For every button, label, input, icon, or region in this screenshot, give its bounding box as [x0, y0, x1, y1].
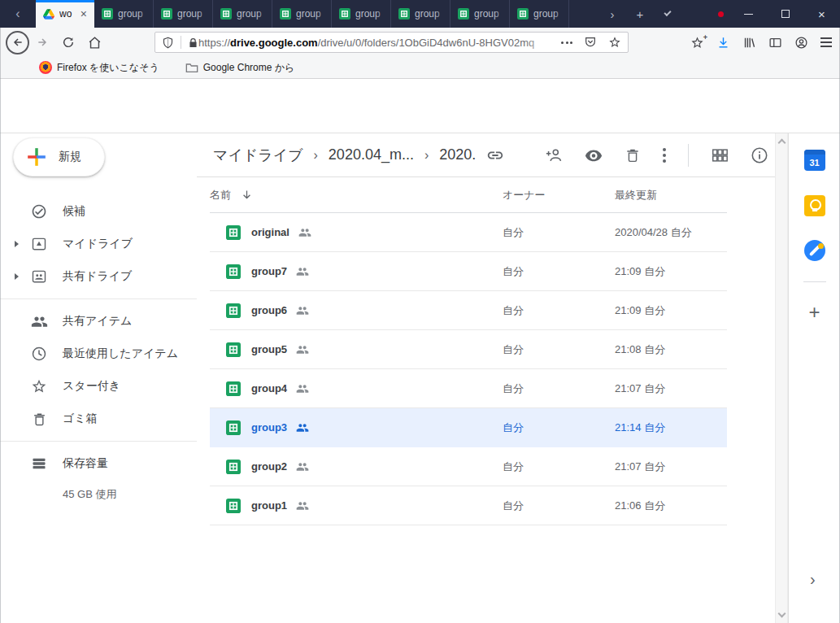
- keep-icon[interactable]: [804, 195, 825, 216]
- header-name[interactable]: 名前: [210, 188, 231, 203]
- share-person-add-button[interactable]: [545, 146, 563, 164]
- back-button[interactable]: [6, 31, 29, 54]
- trash-button[interactable]: [625, 147, 641, 163]
- library-highlights-button[interactable]: +: [690, 36, 704, 50]
- info-button[interactable]: [751, 146, 768, 164]
- google-sheets-file-icon: [226, 225, 241, 240]
- menu-button[interactable]: [820, 37, 832, 47]
- library-button[interactable]: [742, 36, 756, 50]
- file-row[interactable]: original 自分 2020/04/28 自分: [210, 213, 727, 252]
- scroll-down-icon[interactable]: [778, 610, 786, 618]
- check-circle-icon: [29, 203, 49, 220]
- reload-button[interactable]: [55, 36, 81, 49]
- tab-group-4[interactable]: group: [272, 0, 332, 28]
- file-owner: 自分: [503, 264, 615, 279]
- url-text[interactable]: https://drive.google.com/drive/u/0/folde…: [198, 37, 561, 49]
- tab-group-7[interactable]: group: [450, 0, 510, 28]
- pocket-icon[interactable]: [584, 36, 597, 49]
- storage-used-text: 45 GB 使用: [63, 487, 197, 502]
- people-icon: [29, 313, 49, 330]
- file-updated: 21:06 自分: [615, 499, 727, 513]
- breadcrumb-my-drive[interactable]: マイドライブ: [213, 146, 303, 165]
- tab-group-6[interactable]: group: [391, 0, 450, 28]
- window-minimize-button[interactable]: [730, 0, 767, 28]
- expand-caret-icon[interactable]: [15, 273, 26, 280]
- browser-tab-bar: ‹ wo × group group group group group gro…: [0, 0, 840, 28]
- shared-people-icon: [296, 421, 309, 434]
- vertical-scrollbar[interactable]: [775, 133, 788, 623]
- download-icon: [716, 36, 730, 50]
- sidebar-item-starred[interactable]: スター付き: [0, 370, 197, 403]
- close-tab-icon[interactable]: ×: [81, 8, 87, 20]
- scroll-tabs-right-button[interactable]: ›: [598, 0, 626, 28]
- downloads-button[interactable]: [716, 36, 730, 50]
- scroll-tabs-left-button[interactable]: ‹: [0, 0, 36, 28]
- shared-people-icon: [296, 343, 309, 356]
- sidebar-item-shared-drives[interactable]: 共有ドライブ: [0, 260, 197, 293]
- rail-divider: [803, 281, 826, 282]
- page-actions-button[interactable]: [561, 41, 572, 44]
- tab-title: wo: [59, 8, 76, 20]
- get-add-ons-button[interactable]: +: [808, 303, 820, 322]
- sidebar-item-suggested[interactable]: 候補: [0, 195, 197, 228]
- lock-icon[interactable]: [188, 37, 198, 48]
- new-tab-button[interactable]: +: [626, 0, 654, 28]
- grid-view-button[interactable]: [711, 146, 729, 164]
- preview-eye-button[interactable]: [585, 146, 603, 164]
- tasks-icon[interactable]: [804, 240, 825, 261]
- sidebar-item-storage[interactable]: 保存容量: [0, 447, 197, 480]
- file-owner: 自分: [503, 342, 615, 357]
- new-button[interactable]: 新規: [13, 137, 105, 176]
- url-host: drive.google.com: [230, 37, 318, 49]
- header-owner[interactable]: オーナー: [503, 188, 615, 203]
- google-sheets-file-icon: [226, 499, 241, 513]
- tab-group-2[interactable]: group: [154, 0, 213, 28]
- account-button[interactable]: [794, 36, 808, 50]
- home-button[interactable]: [81, 36, 107, 50]
- sidebar-item-shared-with-me[interactable]: 共有アイテム: [0, 305, 197, 338]
- link-icon[interactable]: [486, 146, 504, 164]
- url-bar[interactable]: https://drive.google.com/drive/u/0/folde…: [155, 32, 629, 53]
- tab-group-8[interactable]: group: [510, 0, 569, 28]
- sidebar-item-trash[interactable]: ゴミ箱: [0, 403, 197, 435]
- scroll-up-icon[interactable]: [778, 139, 786, 147]
- breadcrumb-folder[interactable]: 2020.04_m...: [329, 146, 414, 163]
- shared-people-icon: [296, 499, 309, 512]
- window-maximize-button[interactable]: [767, 0, 803, 28]
- file-row-selected[interactable]: group3 自分 21:14 自分: [210, 408, 727, 447]
- account-person-icon: [794, 36, 808, 50]
- file-owner: 自分: [503, 303, 615, 318]
- expand-side-panel-icon[interactable]: ›: [810, 570, 816, 589]
- more-actions-button[interactable]: [663, 148, 666, 163]
- sidebar-item-recent[interactable]: 最近使用したアイテム: [0, 338, 197, 370]
- google-sheets-favicon-icon: [517, 8, 529, 20]
- google-side-rail: 31 + ›: [788, 133, 840, 623]
- bookmark-star-icon[interactable]: [608, 36, 621, 49]
- google-sheets-favicon-icon: [220, 8, 232, 20]
- tab-group-3[interactable]: group: [213, 0, 272, 28]
- file-row[interactable]: group5 自分 21:08 自分: [210, 330, 727, 369]
- expand-caret-icon[interactable]: [15, 241, 26, 247]
- forward-button[interactable]: [29, 36, 55, 49]
- bookmark-item[interactable]: Firefox を使いこなそう: [57, 61, 159, 75]
- sort-descending-arrow-icon[interactable]: [241, 189, 253, 201]
- bookmark-folder[interactable]: Google Chrome から: [203, 61, 295, 75]
- file-row[interactable]: group2 自分 21:07 自分: [210, 447, 727, 486]
- tab-drive[interactable]: wo ×: [36, 0, 94, 28]
- list-all-tabs-button[interactable]: [654, 0, 681, 28]
- sidebars-button[interactable]: [768, 36, 782, 50]
- file-row[interactable]: group4 自分 21:07 自分: [210, 369, 727, 408]
- header-updated[interactable]: 最終更新: [615, 188, 727, 203]
- tracking-protection-shield-icon[interactable]: [162, 37, 174, 49]
- tab-group-5[interactable]: group: [332, 0, 391, 28]
- file-name: group7: [251, 265, 287, 277]
- file-row[interactable]: group7 自分 21:09 自分: [210, 252, 727, 291]
- library-icon: [742, 36, 756, 50]
- calendar-icon[interactable]: 31: [804, 150, 825, 171]
- window-close-button[interactable]: ×: [803, 0, 840, 28]
- breadcrumb-current-folder[interactable]: 2020.: [439, 146, 476, 163]
- sidebar-item-my-drive[interactable]: マイドライブ: [0, 228, 197, 260]
- file-row[interactable]: group1 自分 21:06 自分: [210, 486, 727, 525]
- tab-group-1[interactable]: group: [94, 0, 154, 28]
- file-row[interactable]: group6 自分 21:09 自分: [210, 291, 727, 330]
